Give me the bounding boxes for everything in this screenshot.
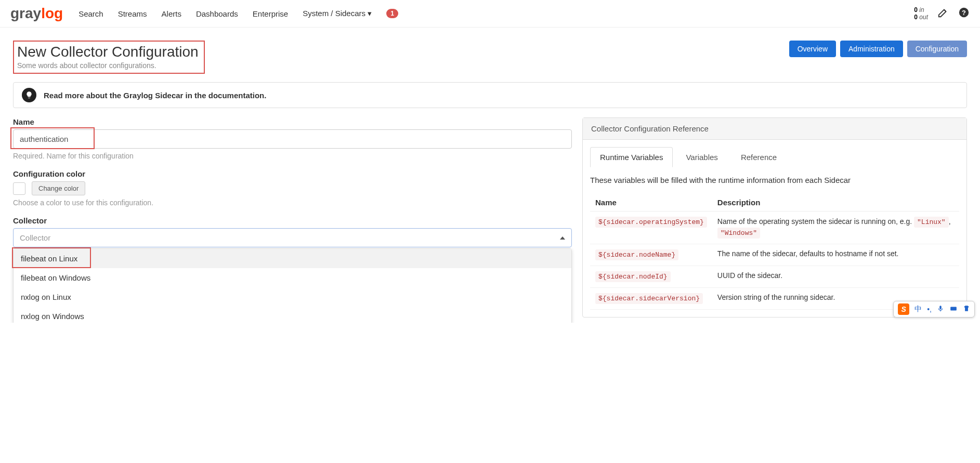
top-nav: graylog Search Streams Alerts Dashboards… xyxy=(0,0,980,28)
tab-reference[interactable]: Reference xyxy=(731,147,787,167)
reference-table: Name Description ${sidecar.operatingSyst… xyxy=(590,194,959,310)
nav-dashboards[interactable]: Dashboards xyxy=(196,9,238,18)
header-buttons: Overview Administration Configuration xyxy=(789,41,967,57)
var-desc: Name of the operating system the sidecar… xyxy=(712,211,959,244)
tab-description: These variables will be filled with the … xyxy=(590,176,959,184)
col-name: Name xyxy=(590,194,712,211)
overview-button[interactable]: Overview xyxy=(789,41,836,57)
ime-logo-icon: S xyxy=(898,303,909,315)
table-row: ${sidecar.nodeId} UUID of the sidecar. xyxy=(590,266,959,288)
ime-skin-icon[interactable] xyxy=(963,305,970,314)
collector-label: Collector xyxy=(13,216,572,225)
name-label: Name xyxy=(13,117,572,126)
caret-up-icon xyxy=(560,236,565,240)
ime-keyboard-icon[interactable] xyxy=(949,305,958,314)
svg-rect-2 xyxy=(950,307,957,310)
page-header: New Collector Configuration Some words a… xyxy=(5,33,975,79)
ime-lang[interactable]: 中 xyxy=(914,305,922,314)
var-name: ${sidecar.nodeId} xyxy=(595,271,671,282)
var-name: ${sidecar.sidecarVersion} xyxy=(595,293,703,304)
nav-items: Search Streams Alerts Dashboards Enterpr… xyxy=(79,9,914,18)
administration-button[interactable]: Administration xyxy=(840,41,903,57)
option-filebeat-linux[interactable]: filebeat on Linux xyxy=(14,249,571,268)
table-row: ${sidecar.operatingSystem} Name of the o… xyxy=(590,211,959,244)
configuration-button[interactable]: Configuration xyxy=(907,41,967,57)
info-text: Read more about the Graylog Sidecar in t… xyxy=(44,91,266,100)
help-icon[interactable]: ? xyxy=(958,7,970,20)
color-help: Choose a color to use for this configura… xyxy=(13,199,572,207)
reference-panel: Collector Configuration Reference Runtim… xyxy=(582,117,967,318)
var-name: ${sidecar.nodeName} xyxy=(595,249,678,260)
col-description: Description xyxy=(712,194,959,211)
color-swatch[interactable] xyxy=(13,182,25,195)
var-name: ${sidecar.operatingSystem} xyxy=(595,217,707,228)
chevron-down-icon: ▾ xyxy=(368,9,372,18)
form-column: Name Required. Name for this configurati… xyxy=(13,117,572,318)
page-title: New Collector Configuration xyxy=(17,44,199,60)
svg-text:?: ? xyxy=(962,9,966,17)
name-help: Required. Name for this configuration xyxy=(13,152,572,160)
var-desc: UUID of the sidecar. xyxy=(712,266,959,288)
option-nxlog-linux[interactable]: nxlog on Linux xyxy=(14,287,571,307)
ime-punct-icon[interactable]: •, xyxy=(927,305,932,313)
title-block: New Collector Configuration Some words a… xyxy=(13,41,205,74)
nav-alerts[interactable]: Alerts xyxy=(162,9,181,18)
name-input[interactable] xyxy=(13,129,572,149)
collector-dropdown: filebeat on Linux filebeat on Windows nx… xyxy=(13,248,572,323)
tab-runtime-variables[interactable]: Runtime Variables xyxy=(590,147,673,167)
panel-header: Collector Configuration Reference xyxy=(583,118,966,140)
nav-system[interactable]: System / Sidecars ▾ xyxy=(303,9,372,18)
var-desc: The name of the sidecar, defaults to hos… xyxy=(712,244,959,266)
nav-right: 0 in 0 out ? xyxy=(914,6,970,21)
color-label: Configuration color xyxy=(13,169,572,178)
reference-column: Collector Configuration Reference Runtim… xyxy=(582,117,967,318)
collector-select[interactable]: Collector xyxy=(13,228,572,247)
table-row: ${sidecar.nodeName} The name of the side… xyxy=(590,244,959,266)
page-subtitle: Some words about collector configuration… xyxy=(17,61,199,70)
change-color-button[interactable]: Change color xyxy=(32,181,85,195)
collector-placeholder: Collector xyxy=(20,233,50,242)
nav-search[interactable]: Search xyxy=(79,9,103,18)
option-filebeat-windows[interactable]: filebeat on Windows xyxy=(14,268,571,287)
tab-variables[interactable]: Variables xyxy=(676,147,727,167)
logo[interactable]: graylog xyxy=(10,5,63,22)
notification-badge[interactable]: 1 xyxy=(386,9,398,18)
lightbulb-icon xyxy=(22,88,36,102)
info-bar: Read more about the Graylog Sidecar in t… xyxy=(13,82,967,108)
ime-mic-icon[interactable] xyxy=(937,305,944,314)
edit-icon[interactable] xyxy=(937,7,949,20)
nav-streams[interactable]: Streams xyxy=(118,9,147,18)
ime-toolbar[interactable]: S 中 •, xyxy=(893,301,975,318)
option-nxlog-windows[interactable]: nxlog on Windows xyxy=(14,307,571,323)
io-stats: 0 in 0 out xyxy=(914,6,928,21)
tabs: Runtime Variables Variables Reference xyxy=(590,147,959,167)
nav-enterprise[interactable]: Enterprise xyxy=(253,9,288,18)
